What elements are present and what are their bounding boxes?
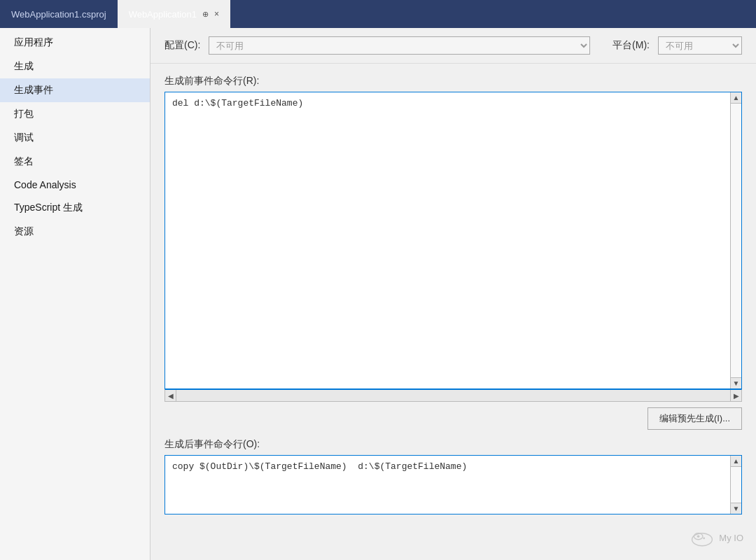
form-area: 生成前事件命令行(R): ▲ ▼ ◀ ▶ 编辑预先生成(I)... 生成后事件命…: [150, 64, 756, 560]
sidebar-item-debug[interactable]: 调试: [0, 126, 150, 150]
sidebar-item-build-events[interactable]: 生成事件: [0, 78, 150, 102]
scrollbar-track: [730, 104, 741, 377]
content-area: 配置(C): 不可用 平台(M): 不可用 生成前事件命令行(R): ▲ ▼ ◀…: [150, 28, 756, 560]
platform-label: 平台(M):: [612, 39, 650, 52]
pin-icon[interactable]: ⊕: [202, 10, 209, 19]
main-layout: 应用程序 生成 生成事件 打包 调试 签名 Code Analysis Type…: [0, 28, 756, 560]
sidebar-item-signing[interactable]: 签名: [0, 150, 150, 174]
sidebar-item-resources[interactable]: 资源: [0, 220, 150, 244]
close-icon[interactable]: ×: [214, 9, 219, 19]
sidebar-item-app[interactable]: 应用程序: [0, 31, 150, 55]
postbuild-textarea[interactable]: [165, 456, 741, 512]
horizontal-scrollbar: ◀ ▶: [164, 389, 742, 402]
config-select[interactable]: 不可用: [209, 36, 590, 55]
edit-prebuild-button[interactable]: 编辑预先生成(I)...: [648, 407, 742, 430]
sidebar: 应用程序 生成 生成事件 打包 调试 签名 Code Analysis Type…: [0, 28, 150, 560]
config-row: 配置(C): 不可用 平台(M): 不可用: [150, 28, 756, 64]
scrollbar-down-arrow[interactable]: ▼: [730, 377, 741, 388]
platform-select[interactable]: 不可用: [658, 36, 742, 55]
sidebar-item-typescript[interactable]: TypeScript 生成: [0, 196, 150, 220]
sidebar-item-build[interactable]: 生成: [0, 55, 150, 78]
scrollbar-up-arrow[interactable]: ▲: [730, 92, 741, 104]
sidebar-item-code-analysis[interactable]: Code Analysis: [0, 174, 150, 196]
config-label: 配置(C):: [164, 39, 200, 52]
h-scroll-right-arrow[interactable]: ▶: [730, 390, 741, 401]
postbuild-scrollbar-up[interactable]: ▲: [730, 456, 741, 467]
prebuild-textarea-wrapper: ▲ ▼: [164, 92, 742, 389]
prebuild-label: 生成前事件命令行(R):: [164, 75, 742, 88]
button-row: 编辑预先生成(I)...: [164, 402, 742, 435]
postbuild-scrollbar-track: [730, 467, 741, 503]
sidebar-item-package[interactable]: 打包: [0, 102, 150, 126]
prebuild-textarea[interactable]: [165, 92, 741, 386]
active-tab[interactable]: WebApplication1 ⊕ ×: [118, 0, 230, 28]
postbuild-label: 生成后事件命令行(O):: [164, 438, 742, 451]
title-bar: WebApplication1.csproj WebApplication1 ⊕…: [0, 0, 756, 28]
inactive-tab[interactable]: WebApplication1.csproj: [0, 0, 118, 28]
postbuild-scrollbar-down[interactable]: ▼: [730, 503, 741, 514]
h-scroll-left-arrow[interactable]: ◀: [165, 390, 176, 401]
postbuild-textarea-wrapper: ▲ ▼: [164, 455, 742, 514]
